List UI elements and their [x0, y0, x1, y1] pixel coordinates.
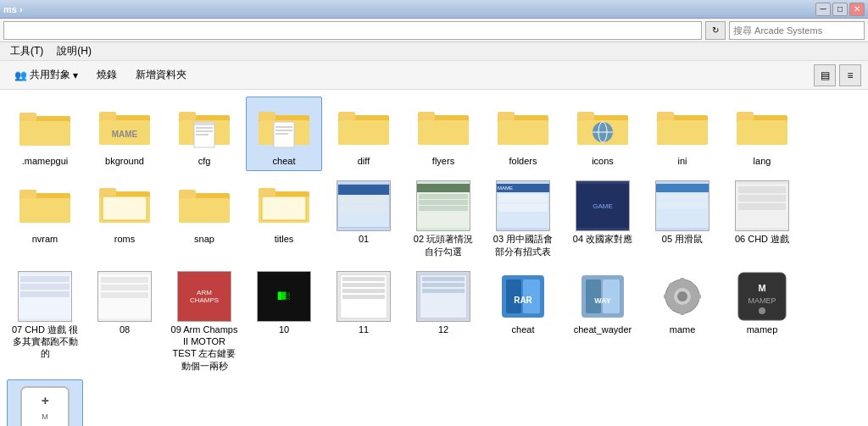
file-name: mamep [747, 324, 778, 335]
view-list-button[interactable]: ▤ [814, 64, 836, 86]
file-name: roms [114, 233, 135, 245]
list-item[interactable]: GAME 04 改國家對應 [565, 174, 641, 262]
list-item[interactable]: 11 [326, 265, 402, 376]
file-name: folders [509, 155, 537, 167]
svg-rect-28 [418, 112, 435, 120]
list-item[interactable]: 12 [405, 265, 481, 376]
close-button[interactable]: ✕ [849, 3, 865, 16]
svg-rect-70 [680, 308, 685, 315]
list-item[interactable]: 05 用滑鼠 [644, 174, 721, 262]
burn-label: 燒錄 [97, 68, 117, 82]
refresh-button[interactable]: ↻ [705, 21, 726, 40]
list-item[interactable]: lang [724, 97, 800, 171]
list-item[interactable]: flyers [405, 97, 481, 171]
list-item[interactable]: folders [485, 97, 561, 171]
svg-rect-6 [99, 112, 116, 120]
svg-rect-27 [418, 120, 469, 145]
file-name: .mamepgui [22, 155, 68, 167]
svg-rect-57 [262, 196, 306, 220]
file-name: diff [358, 155, 370, 167]
minimize-button[interactable]: ─ [815, 3, 831, 16]
app-cheat-icon: RAR [496, 269, 550, 324]
thumb-12-icon [416, 269, 470, 324]
svg-text:WAY: WAY [594, 296, 611, 305]
folder-diff-icon [337, 101, 391, 155]
title-buttons: ─ □ ✕ [815, 3, 865, 16]
list-item[interactable]: .mamepgui [7, 97, 83, 171]
title-text: ms › [3, 4, 23, 14]
svg-rect-56 [259, 188, 275, 196]
list-item[interactable]: MAME bkground [86, 97, 163, 171]
list-item[interactable]: titles [246, 174, 322, 262]
list-item[interactable]: 08 [86, 265, 163, 376]
list-item[interactable]: RAR cheat [485, 265, 561, 376]
app-mame-icon [655, 269, 709, 324]
svg-rect-46 [19, 190, 36, 198]
thumb-01-icon [337, 179, 391, 233]
file-name: nvram [32, 233, 58, 245]
folder-flyers-icon [416, 101, 470, 155]
list-item[interactable]: snap [166, 174, 242, 262]
folder-snap-icon [177, 179, 231, 233]
thumb-10-icon: █▓░ [257, 269, 311, 324]
list-item[interactable]: 07 CHD 遊戲 很多其實都跑不動的 [7, 265, 83, 376]
file-name: 10 [279, 324, 289, 335]
maximize-button[interactable]: □ [832, 3, 848, 16]
app-mamepgui-icon: ✛ M [18, 384, 72, 426]
svg-rect-72 [694, 294, 701, 299]
file-name: lang [754, 155, 771, 167]
search-input[interactable] [729, 21, 865, 40]
list-item[interactable]: 06 CHD 遊戲 [724, 174, 800, 262]
thumb-03-icon: MAME [496, 179, 550, 233]
list-item[interactable]: nvram [7, 174, 83, 262]
list-item[interactable]: cheat [246, 97, 322, 171]
svg-text:M: M [758, 283, 765, 293]
file-name: bkground [105, 155, 144, 167]
file-name: 12 [438, 324, 448, 335]
svg-rect-3 [19, 113, 36, 121]
list-item[interactable]: 02 玩頭著情況自行勾選 [405, 174, 481, 262]
view-controls: ▤ ≡ [814, 64, 861, 86]
list-item[interactable]: ini [644, 97, 721, 171]
list-item[interactable]: roms [86, 174, 163, 262]
svg-rect-69 [680, 278, 685, 285]
list-item[interactable]: MAME 03 用中國語會部分有招式表 [485, 174, 561, 262]
list-item[interactable]: █▓░ 10 [246, 265, 322, 376]
toolbar: 👥 共用對象 ▾ 燒錄 新增資料夾 ▤ ≡ [0, 61, 868, 90]
folder-lang-icon [735, 101, 789, 155]
list-item[interactable]: icons [565, 97, 641, 171]
list-item[interactable]: M MAMEP mamep [724, 265, 800, 376]
burn-button[interactable]: 燒錄 [89, 64, 125, 86]
list-item[interactable]: cfg [166, 97, 242, 171]
address-input[interactable] [3, 21, 702, 40]
app-cheat-wayder-icon: WAY [576, 269, 630, 324]
svg-rect-34 [577, 112, 594, 120]
list-item[interactable]: ARMCHAMPS 09 Arm Champs II MOTOR TEST 左右… [166, 265, 242, 376]
svg-rect-39 [657, 120, 708, 145]
menu-help[interactable]: 說明(H) [50, 42, 98, 60]
file-name: ini [677, 155, 687, 167]
share-button[interactable]: 👥 共用對象 ▾ [7, 64, 86, 86]
view-details-button[interactable]: ≡ [839, 64, 861, 86]
share-label: 共用對象 [30, 68, 70, 82]
folder-icon [18, 101, 72, 155]
folder-icon-bkground: MAME [97, 101, 152, 155]
folder-ini-icon [655, 101, 709, 155]
svg-text:✛: ✛ [42, 396, 49, 406]
svg-rect-43 [737, 112, 754, 120]
list-item[interactable]: WAY cheat_wayder [565, 265, 641, 376]
file-grid: .mamepgui MAME bkground [7, 97, 861, 426]
list-item[interactable]: ✛ M mamepgui [7, 379, 83, 426]
svg-point-68 [677, 291, 687, 302]
thumb-06-icon [735, 179, 789, 233]
menu-tools[interactable]: 工具(T) [3, 42, 50, 60]
list-item[interactable]: mame [644, 265, 721, 376]
folder-roms-icon [97, 179, 152, 233]
new-folder-button[interactable]: 新增資料夾 [128, 64, 194, 86]
file-name: titles [275, 233, 294, 245]
file-name: snap [194, 233, 214, 245]
svg-rect-45 [19, 198, 70, 223]
list-item[interactable]: diff [326, 97, 402, 171]
list-item[interactable]: 01 [326, 174, 402, 262]
svg-rect-19 [274, 122, 294, 147]
